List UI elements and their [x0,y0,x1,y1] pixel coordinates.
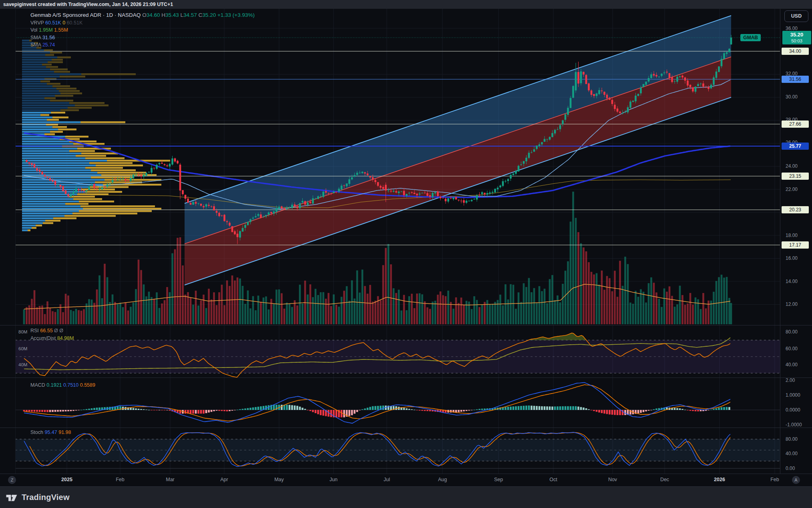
timezone-button[interactable]: Z [8,476,16,484]
ohlc-low-label: L [181,12,184,18]
bar-countdown: 50:03 [782,38,811,44]
macd-signal-value: 0.5589 [80,382,95,388]
macd-signal-line [24,385,730,421]
stoch-axis-tick: 40.00 [786,451,798,456]
sma1-label: SMA [30,35,41,40]
ohlc-low-value: 34.57 [183,12,197,18]
last-price-axis-label[interactable]: 35.20 50:03 [782,31,811,44]
vol-value-1: 1.95M [39,27,53,33]
stoch-pane-legend[interactable]: Stoch 95.47 91.98 [30,429,71,436]
macd-grid [15,377,780,428]
pane-separator[interactable] [0,428,812,428]
vol-value-2: 1.55M [54,27,68,33]
stoch-k-value: 95.47 [44,430,57,435]
vol-label: Vol [30,27,37,33]
ohlc-open-value: 34.60 [147,12,160,18]
last-price-value: 35.20 [782,31,811,38]
rsi-phantom-1: Ø [54,328,58,333]
macd-line-value: 0.7510 [63,382,78,388]
price-level-label: 17.17 [782,241,809,249]
accum-dist-axis-label: 80M [18,329,27,334]
stoch-d-value: 91.98 [58,430,71,435]
macd-label: MACD [30,382,45,388]
macd-axis-tick: 1.0000 [786,392,800,398]
macd-line [24,383,730,424]
ohlc-high-value: 35.43 [165,12,179,18]
pane-separator[interactable] [0,377,812,378]
macd-axis-tick: -1.0000 [786,422,802,428]
macd-hist-value: 0.1921 [46,382,62,388]
accum-dist-axis-label: 40M [18,362,27,367]
time-axis-month-label: Mar [166,477,175,482]
time-axis[interactable]: Z A 2025FebMarAprMayJunJulAugSepOctNovDe… [0,474,812,486]
price-level-label: 31.56 [782,76,809,83]
sma2-value: 25.74 [42,42,55,48]
currency-toggle-button[interactable]: USD [784,10,808,22]
main-pane-legend[interactable]: Genmab A/S Sponsored ADR · 1D · NASDAQ O… [30,12,255,49]
volume-legend-row[interactable]: Vol 1.95M 1.55M [30,26,255,34]
time-axis-month-label: Nov [608,477,617,482]
rsi-label: RSI [30,328,39,333]
time-axis-month-label: Feb [116,477,125,482]
price-tick: 30.00 [786,94,798,100]
macd-pane-canvas[interactable] [0,377,812,428]
pane-separator[interactable] [0,325,812,325]
price-level-label: 20.23 [782,206,809,213]
pane-left-border [15,9,16,474]
symbol-title: Genmab A/S Sponsored ADR · 1D · NASDAQ [30,12,141,18]
tradingview-logo-icon[interactable] [6,493,18,502]
price-level-label: 23.15 [782,173,809,180]
price-tick: 16.00 [786,255,798,261]
auto-scale-button[interactable]: A [792,476,800,484]
time-axis-month-label: Dec [660,477,669,482]
price-tick: 12.00 [786,301,798,307]
vrvp-value-1: 60.51K [45,20,61,26]
time-axis-month-label: Jul [384,477,390,482]
sma1-value: 31.56 [42,35,55,40]
price-axis-border [780,9,780,474]
stoch-label: Stoch [30,430,43,435]
time-axis-month-label: Oct [549,477,557,482]
symbol-price-flag[interactable]: GMAB [740,34,761,41]
accum-dist-legend-row[interactable]: Accum/Dist 84.98M [30,335,74,342]
stoch-pane-canvas[interactable] [0,428,812,474]
accum-dist-value: 84.98M [57,335,74,341]
price-level-label: 25.77 [782,143,809,150]
accum-dist-axis-label: 60M [18,346,27,351]
time-axis-month-label: Apr [220,477,228,482]
brand-footer: TradingView [0,486,812,508]
ohlc-high-label: H [161,12,165,18]
vrvp-legend-row[interactable]: VRVP 60.51K 0 60.51K [30,19,255,27]
sma1-legend-row[interactable]: SMA 31.56 [30,34,255,42]
time-axis-month-label: May [274,477,284,482]
price-tick: 18.00 [786,233,798,238]
symbol-title-row[interactable]: Genmab A/S Sponsored ADR · 1D · NASDAQ O… [30,12,255,19]
time-axis-month-label: Feb [770,477,779,482]
vrvp-value-2: 0 [62,20,65,26]
accum-dist-label: Accum/Dist [30,335,56,341]
time-axis-month-label: Aug [438,477,447,482]
sma2-label: SMA [30,42,41,48]
vrvp-value-3: 60.51K [67,20,83,26]
time-axis-month-label: Sep [494,477,503,482]
rsi-axis-tick: 80.00 [786,329,798,335]
brand-name[interactable]: TradingView [22,493,70,502]
price-tick: 36.00 [786,26,798,31]
macd-axis-tick: 0.0000 [786,407,800,413]
vrvp-label: VRVP [30,20,44,26]
macd-pane-legend[interactable]: MACD 0.1921 0.7510 0.5589 [30,382,95,389]
rsi-pane-legend[interactable]: RSI 66.55 Ø Ø Accum/Dist 84.98M [30,327,74,342]
price-level-label: 27.66 [782,120,809,128]
price-tick: 22.00 [786,187,798,192]
tradingview-snapshot: savepiginvest created with TradingView.c… [0,0,812,508]
time-axis-year-label: 2026 [714,477,725,482]
stoch-axis-tick: 0.00 [786,466,795,471]
rsi-legend-row[interactable]: RSI 66.55 Ø Ø [30,327,74,335]
price-pane-canvas[interactable] [0,9,812,325]
sma2-legend-row[interactable]: SMA 25.74 [30,41,255,49]
ohlc-close-label: C [199,12,203,18]
price-level-label: 34.00 [782,48,809,55]
price-tick: 24.00 [786,163,798,169]
time-axis-year-label: 2025 [61,477,72,482]
rsi-pane-canvas[interactable] [0,325,812,377]
